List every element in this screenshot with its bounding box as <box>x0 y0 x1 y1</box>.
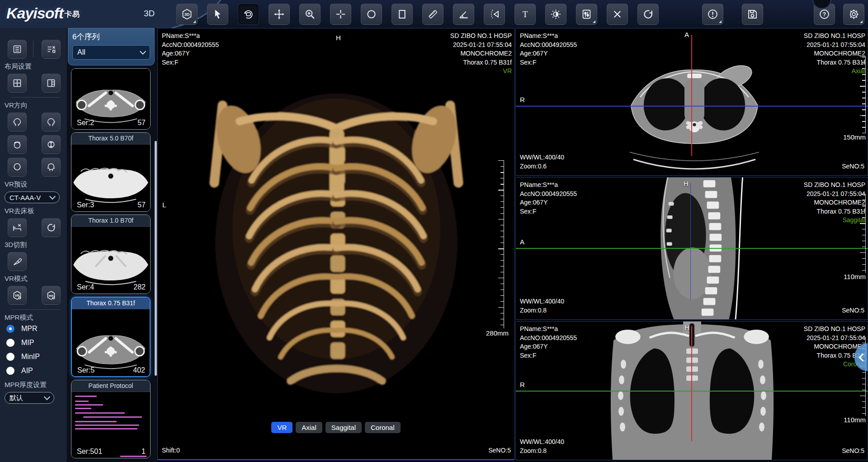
vr-preset-select[interactable]: CT-AAA-V <box>5 191 60 203</box>
window-overlay: WW/WL:400/40 Zoom:0.8 <box>520 297 564 315</box>
settings-button[interactable] <box>843 4 864 25</box>
remove-bed-icon <box>12 222 23 233</box>
mip-radio-label: MIP <box>21 339 34 347</box>
series-filter-select[interactable]: All <box>72 45 150 60</box>
series-thumbnail-selected[interactable]: Thorax 0.75 B31f Ser:5402 <box>71 297 151 377</box>
patient-age: Age:067Y <box>162 49 219 58</box>
series-thumbnail[interactable]: Thorax 1.0 B70f Ser:4282 <box>71 215 151 294</box>
head-front-button[interactable] <box>8 158 27 177</box>
head-right-button[interactable] <box>42 112 61 131</box>
tool-delete-button[interactable] <box>607 4 628 25</box>
tool-view-3d-button[interactable]: 3D <box>176 4 198 25</box>
patient-accno: AccNO:0004920555 <box>520 190 577 199</box>
series-thumbnail-list: Ser:257 Thorax 5.0 B70f Ser:357 <box>67 68 155 462</box>
image-count: 57 <box>137 119 146 127</box>
tool-zoom-in-button[interactable] <box>299 4 321 25</box>
axial-reference-line[interactable] <box>516 106 868 107</box>
help-icon: ? <box>818 8 830 20</box>
patient-age: Age:067Y <box>520 49 577 58</box>
close-layout-button[interactable] <box>42 40 61 59</box>
tool-adjustments-button[interactable] <box>576 4 597 25</box>
split-layout-button[interactable] <box>42 74 61 93</box>
study-datetime: 2025-01-21 07:55:04 <box>804 334 865 343</box>
tool-ellipse-roi-button[interactable] <box>361 4 382 25</box>
vr-direction-row-2 <box>8 135 67 154</box>
head-top-button[interactable] <box>8 135 27 154</box>
coronal-viewport[interactable]: H R PName:S***a AccNO:0004920555 Age:067… <box>515 321 868 460</box>
zoom-in-icon <box>304 8 316 20</box>
wwwl-value: WW/WL:400/40 <box>520 297 564 306</box>
scale-label: 110mm <box>844 416 866 424</box>
patient-protocol-text <box>71 392 150 429</box>
axial-viewport[interactable]: A R PName:S***a AccNO:0004920555 Age:067… <box>515 28 868 176</box>
vr-preset-label: VR预设 <box>5 180 67 189</box>
tool-cobb-angle-button[interactable] <box>484 4 505 25</box>
series-layout-button[interactable] <box>8 40 27 59</box>
head-bottom-button[interactable] <box>42 135 61 154</box>
patient-accno: AccNO:0004920555 <box>520 41 577 50</box>
mip-hex-button[interactable]: MIP <box>42 286 61 305</box>
mpr-mode-label: MPR模式 <box>5 313 67 322</box>
series-scrollbar[interactable] <box>155 141 157 376</box>
series-thumbnail[interactable]: Ser:257 <box>71 68 151 130</box>
zoom-value: Zoom:0.6 <box>520 162 564 171</box>
tool-rotate-3d-button[interactable] <box>238 4 259 25</box>
grid-layout-button[interactable] <box>8 74 27 93</box>
shift-value: Shift:0 <box>162 446 180 455</box>
radio-unchecked-icon <box>6 353 14 361</box>
tool-crosshair-button[interactable] <box>330 4 351 25</box>
tool-info-button[interactable] <box>702 4 723 25</box>
series-number: Ser:5 <box>77 366 94 374</box>
series-number: Ser:2 <box>77 119 94 127</box>
vr-direction-row-1 <box>8 112 67 131</box>
tool-save-button[interactable] <box>742 4 763 25</box>
tool-window-level-button[interactable] <box>545 4 566 25</box>
mpr-radio-minip[interactable]: MinIP <box>6 353 67 361</box>
orientation-marker-left: R <box>520 96 525 103</box>
scale-label: 280mm <box>486 329 509 337</box>
series-thumbnail[interactable]: Patient Protocol Ser:5011 <box>71 380 151 458</box>
mpr-thickness-select[interactable]: 默认 <box>5 392 54 404</box>
coronal-reference-line[interactable] <box>516 248 868 249</box>
axial-mode-button[interactable]: Axial <box>296 422 322 433</box>
tool-text-annotation-button[interactable]: T <box>514 4 536 25</box>
mpr-radio-mpr[interactable]: MPR <box>6 325 67 333</box>
scalpel-button[interactable] <box>8 252 27 271</box>
tool-angle-button[interactable] <box>453 4 474 25</box>
patient-sex: Sex:F <box>520 207 577 216</box>
mpr-thickness-value: 默认 <box>9 394 23 402</box>
series-description: Thorax 0.75 B31f <box>450 58 512 67</box>
tool-pointer-button[interactable] <box>207 4 228 25</box>
series-thumbnail[interactable]: Thorax 5.0 B70f Ser:357 <box>71 132 151 212</box>
saggital-mode-button[interactable]: Saggital <box>326 422 362 433</box>
remove-bed-button[interactable] <box>8 218 27 237</box>
window-overlay: WW/WL:400/40 Zoom:0.8 <box>520 438 564 455</box>
mpr-radio-aip[interactable]: AIP <box>6 367 67 375</box>
cut-3d-label: 3D切割 <box>5 241 67 249</box>
sagittal-reference-line[interactable] <box>691 326 692 441</box>
patient-name: PName:S***a <box>520 181 577 190</box>
tool-pan-button[interactable] <box>269 4 290 25</box>
vr-hex-button[interactable]: VR <box>8 286 27 305</box>
head-back-button[interactable] <box>42 158 61 177</box>
view-mode-buttons: VR Axial Saggital Coronal <box>158 422 514 433</box>
view-type-label: Axial <box>804 67 865 76</box>
chevron-down-icon <box>49 193 56 200</box>
coronal-reference-line[interactable] <box>516 391 868 392</box>
reset-bed-button[interactable] <box>42 218 61 237</box>
mpr-radio-mip[interactable]: MIP <box>6 339 67 347</box>
radio-unchecked-icon <box>6 367 14 375</box>
photometric: MONOCHROME2 <box>804 198 865 207</box>
axial-reference-line[interactable] <box>690 183 691 299</box>
coronal-mode-button[interactable]: Coronal <box>365 422 401 433</box>
sagittal-viewport[interactable]: H A PName:S***a AccNO:0004920555 Age:067… <box>515 177 868 320</box>
head-bottom-icon <box>46 139 57 150</box>
tool-ruler-button[interactable] <box>422 4 443 25</box>
head-left-button[interactable] <box>8 112 27 131</box>
delete-icon <box>611 8 623 20</box>
sagittal-reference-line[interactable] <box>691 35 692 156</box>
tool-rect-roi-button[interactable] <box>392 4 413 25</box>
vr-mode-button[interactable]: VR <box>271 422 292 433</box>
vr-viewport[interactable]: PName:S***a AccNO:0004920555 Age:067Y Se… <box>157 28 514 460</box>
tool-reset-button[interactable] <box>637 4 659 25</box>
